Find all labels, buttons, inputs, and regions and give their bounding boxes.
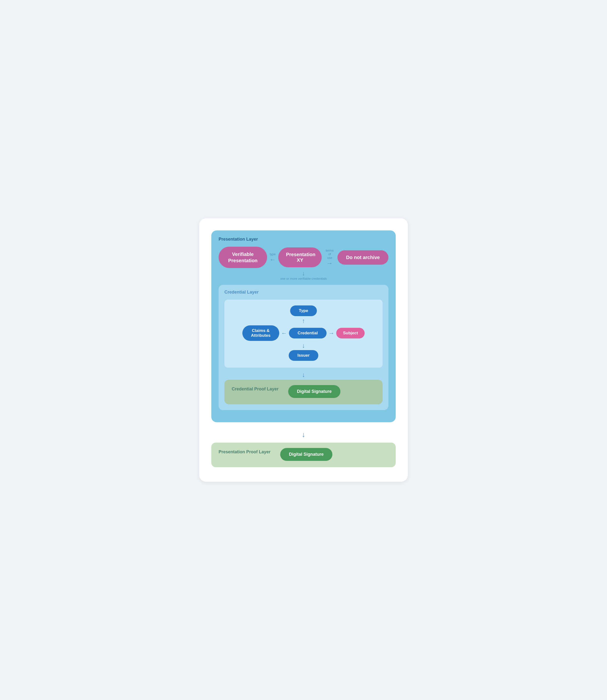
claims-pill: Claims &Attributes <box>243 325 279 341</box>
down-arrow-to-issuer: ↓ <box>302 342 305 349</box>
presentation-proof-layer-title: Presentation Proof Layer <box>218 449 271 455</box>
between-layers-arrow: ↓ <box>211 431 396 438</box>
issuer-pill: Issuer <box>289 350 318 361</box>
presentation-xy-pill: PresentationXY <box>278 247 322 267</box>
below-top-row: ↓ one or more verifiable credentials <box>218 270 389 280</box>
verifiable-presentation-pill: VerifiablePresentation <box>218 247 267 268</box>
down-arrow-between-layers: ↓ <box>302 431 306 438</box>
credential-proof-layer: Credential Proof Layer Digital Signature <box>225 380 382 404</box>
main-container: Presentation Layer VerifiablePresentatio… <box>199 218 408 482</box>
credential-pill: Credential <box>289 328 327 338</box>
credential-digital-signature-pill: Digital Signature <box>288 385 340 398</box>
terms-arrow-container: terms ofuse → <box>322 248 337 266</box>
top-row: VerifiablePresentation type ← Presentati… <box>218 247 389 268</box>
right-arrow-terms: → <box>327 260 333 266</box>
credential-mid-row: Claims &Attributes ← Credential → Subjec… <box>243 325 365 341</box>
up-arrow-to-type: ↑ <box>302 318 305 324</box>
terms-label: terms ofuse <box>324 248 335 260</box>
down-arrow-to-proof: ↓ <box>225 372 382 378</box>
subject-pill: Subject <box>336 328 364 338</box>
right-arrow-subject: → <box>327 330 336 337</box>
do-not-archive-pill: Do not archive <box>337 250 389 265</box>
credential-vertical-layout: Type ↑ Claims &Attributes ← Credential →… <box>243 305 365 361</box>
presentation-layer-title: Presentation Layer <box>218 237 389 242</box>
vc-label: one or more verifiable credentials <box>280 277 327 280</box>
credential-layer: Credential Layer Type ↑ Claims &Attribut… <box>218 285 389 410</box>
presentation-layer: Presentation Layer VerifiablePresentatio… <box>211 231 396 422</box>
credential-inner-box: Type ↑ Claims &Attributes ← Credential →… <box>225 300 382 367</box>
type-label: type <box>270 252 276 256</box>
left-arrow-type: ← <box>270 256 276 263</box>
presentation-proof-layer: Presentation Proof Layer Digital Signatu… <box>211 443 396 467</box>
type-arrow-container: type ← <box>267 252 278 263</box>
credential-proof-layer-title: Credential Proof Layer <box>232 386 278 392</box>
left-arrow-claims: ← <box>279 330 289 337</box>
credential-layer-title: Credential Layer <box>225 290 382 295</box>
presentation-digital-signature-pill: Digital Signature <box>280 448 332 461</box>
down-arrow-vc: ↓ <box>302 270 305 276</box>
type-pill: Type <box>290 305 317 316</box>
